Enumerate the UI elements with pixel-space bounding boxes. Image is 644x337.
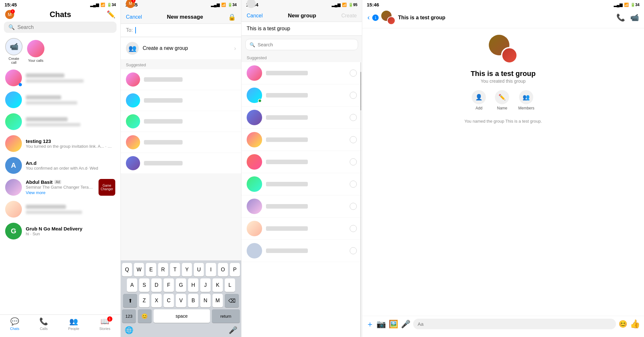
search-input[interactable] bbox=[17, 24, 112, 30]
key-t[interactable]: T bbox=[170, 263, 180, 276]
group-name-input[interactable] bbox=[247, 26, 357, 32]
key-y[interactable]: Y bbox=[182, 263, 192, 276]
create-call-avatar: 📹 bbox=[5, 38, 23, 55]
key-e[interactable]: E bbox=[146, 263, 156, 276]
search-bar[interactable]: 🔍 bbox=[4, 22, 117, 33]
ng-radio-7[interactable] bbox=[350, 203, 357, 210]
message-input[interactable] bbox=[413, 319, 616, 329]
user-avatar[interactable]: M 1 bbox=[5, 10, 14, 19]
story-create-call[interactable]: 📹 Createcall bbox=[5, 38, 23, 64]
key-shift[interactable]: ⬆ bbox=[123, 294, 137, 307]
scrollbar-thumb[interactable] bbox=[360, 72, 361, 110]
key-w[interactable]: W bbox=[134, 263, 144, 276]
ng-search-bar[interactable]: 🔍 bbox=[245, 39, 358, 50]
key-l[interactable]: L bbox=[225, 278, 235, 292]
key-i[interactable]: I bbox=[206, 263, 216, 276]
nav-chats[interactable]: 💬 Chats bbox=[10, 317, 19, 331]
key-r[interactable]: R bbox=[158, 263, 168, 276]
key-c[interactable]: C bbox=[164, 294, 174, 307]
like-icon[interactable]: 👍 bbox=[630, 319, 640, 329]
nm-person-1[interactable] bbox=[121, 69, 241, 90]
action-add[interactable]: 👤 Add bbox=[472, 90, 486, 110]
ng-radio-8[interactable] bbox=[350, 225, 357, 232]
globe-icon[interactable]: 🌐 bbox=[125, 326, 133, 334]
camera-icon[interactable]: 📷 bbox=[376, 320, 386, 329]
calls-nav-icon: 📞 bbox=[39, 317, 48, 326]
key-q[interactable]: Q bbox=[122, 263, 132, 276]
nav-stories[interactable]: 📖 Stories 1 bbox=[99, 317, 110, 331]
cancel-button-ng[interactable]: Cancel bbox=[247, 13, 263, 19]
chat-item-7[interactable] bbox=[0, 198, 120, 220]
key-space[interactable]: space bbox=[154, 309, 210, 323]
ng-person-2[interactable] bbox=[242, 84, 362, 107]
nm-person-5[interactable] bbox=[121, 153, 241, 174]
story-your-calls[interactable]: Your calls bbox=[27, 40, 44, 62]
key-b[interactable]: B bbox=[188, 294, 198, 307]
create-button-ng[interactable]: Create bbox=[341, 13, 357, 19]
photo-icon[interactable]: 🖼️ bbox=[389, 320, 398, 329]
key-d[interactable]: D bbox=[151, 278, 162, 292]
chat-item-and[interactable]: A An.d You confirmed an order with An.d·… bbox=[0, 154, 120, 176]
chat-item-1[interactable] bbox=[0, 67, 120, 89]
key-emoji[interactable]: 😊 bbox=[138, 309, 152, 323]
key-m[interactable]: M bbox=[213, 294, 223, 307]
ng-person-8[interactable] bbox=[242, 218, 362, 240]
key-g[interactable]: G bbox=[176, 278, 186, 292]
action-name[interactable]: ✏️ Name bbox=[495, 90, 509, 110]
chat-item-testing123[interactable]: testing 123 You turned on the group invi… bbox=[0, 133, 120, 154]
ng-person-3[interactable] bbox=[242, 107, 362, 129]
nm-person-4[interactable] bbox=[121, 132, 241, 153]
nav-people[interactable]: 👥 People bbox=[68, 317, 79, 331]
key-delete[interactable]: ⌫ bbox=[225, 294, 239, 307]
phone-icon[interactable]: 📞 bbox=[616, 14, 625, 22]
chats-title: Chats bbox=[50, 10, 71, 19]
ng-radio-3[interactable] bbox=[350, 114, 357, 121]
key-s[interactable]: S bbox=[139, 278, 149, 292]
ng-person-7[interactable] bbox=[242, 195, 362, 218]
ng-search-input[interactable] bbox=[258, 42, 354, 47]
ng-radio-1[interactable] bbox=[350, 70, 357, 77]
ng-radio-5[interactable] bbox=[350, 158, 357, 165]
microphone-icon[interactable]: 🎤 bbox=[229, 326, 237, 334]
action-members[interactable]: 👥 Members bbox=[518, 90, 534, 110]
nm-person-2[interactable] bbox=[121, 90, 241, 111]
key-p[interactable]: P bbox=[230, 263, 240, 276]
back-button[interactable]: ‹ bbox=[367, 14, 370, 22]
ng-person-4[interactable] bbox=[242, 129, 362, 151]
chat-item-2[interactable] bbox=[0, 89, 120, 111]
key-num[interactable]: 123 bbox=[122, 309, 136, 323]
key-o[interactable]: O bbox=[218, 263, 228, 276]
compose-icon[interactable]: ✏️ bbox=[107, 10, 115, 19]
ng-person-1[interactable] bbox=[242, 62, 362, 84]
plus-icon[interactable]: ＋ bbox=[366, 319, 374, 329]
ng-radio-6[interactable] bbox=[350, 181, 357, 188]
key-a[interactable]: A bbox=[127, 278, 137, 292]
key-x[interactable]: X bbox=[151, 294, 162, 307]
create-group-row[interactable]: 👥 Create a new group › bbox=[121, 37, 241, 59]
ng-radio-2[interactable] bbox=[350, 92, 357, 99]
mic-icon[interactable]: 🎤 bbox=[401, 320, 411, 329]
key-k[interactable]: K bbox=[213, 278, 223, 292]
view-more-link[interactable]: View more bbox=[26, 190, 45, 196]
key-return[interactable]: return bbox=[212, 309, 240, 323]
ng-radio-4[interactable] bbox=[350, 136, 357, 143]
nav-calls[interactable]: 📞 Calls bbox=[39, 317, 48, 331]
key-z[interactable]: Z bbox=[139, 294, 149, 307]
ng-person-6[interactable] bbox=[242, 173, 362, 195]
key-n[interactable]: N bbox=[200, 294, 211, 307]
chat-item-3[interactable] bbox=[0, 111, 120, 133]
cancel-button-nm[interactable]: Cancel bbox=[126, 14, 142, 20]
video-icon[interactable]: 📹 bbox=[630, 14, 639, 22]
key-h[interactable]: H bbox=[188, 278, 198, 292]
chat-item-grubngo[interactable]: G Grub N Go Meal Delivery hi · Sun bbox=[0, 220, 120, 242]
key-v[interactable]: V bbox=[176, 294, 186, 307]
emoji-icon[interactable]: 😊 bbox=[619, 320, 627, 328]
chat-item-abdul[interactable]: Abdul Basit Ad Seminar The Game Changer … bbox=[0, 176, 120, 198]
key-u[interactable]: U bbox=[194, 263, 204, 276]
ng-radio-9[interactable] bbox=[350, 247, 357, 254]
ng-person-5[interactable] bbox=[242, 151, 362, 173]
key-f[interactable]: F bbox=[164, 278, 174, 292]
ng-person-9[interactable] bbox=[242, 240, 362, 262]
key-j[interactable]: J bbox=[200, 278, 211, 292]
nm-person-3[interactable] bbox=[121, 111, 241, 132]
